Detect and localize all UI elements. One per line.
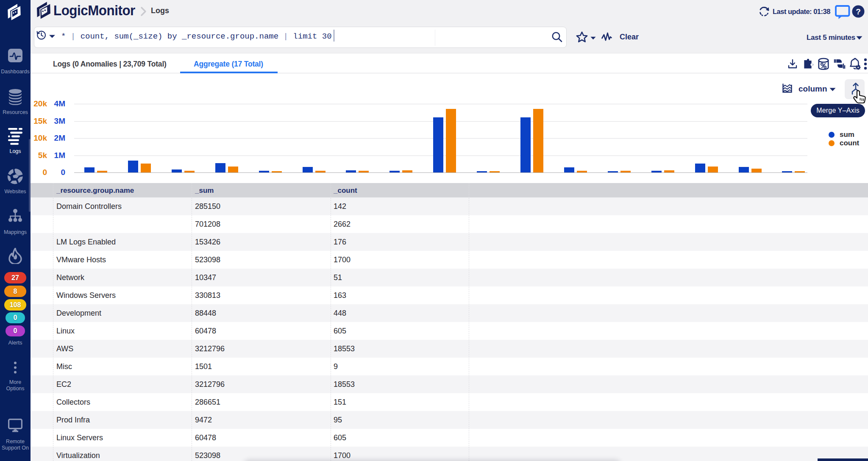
svg-text:?: ?: [856, 7, 861, 16]
